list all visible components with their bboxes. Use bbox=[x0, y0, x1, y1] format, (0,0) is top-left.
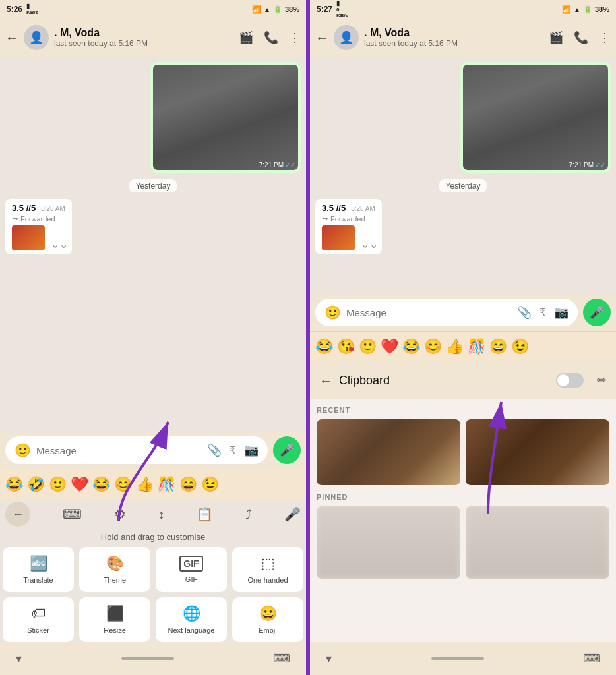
attach-icon-left[interactable]: 📎 bbox=[207, 443, 222, 457]
wifi-icon-left: 📶 bbox=[252, 5, 261, 14]
emoji-5-left[interactable]: 😊 bbox=[114, 476, 132, 493]
clipboard-toggle[interactable] bbox=[556, 373, 584, 388]
thumb-img-2 bbox=[466, 419, 609, 485]
next-language-key[interactable]: 🌐 Next language bbox=[156, 597, 227, 642]
emoji-1-left[interactable]: 🤣 bbox=[27, 476, 45, 493]
one-handed-label: One-handed bbox=[247, 576, 288, 584]
rupee-icon-right[interactable]: ₹ bbox=[539, 307, 546, 318]
battery-pct-right: 38% bbox=[595, 5, 609, 13]
message-input-right[interactable] bbox=[346, 307, 512, 318]
header-icons-left: 🎬 📞 ⋮ bbox=[239, 30, 301, 45]
emoji-8-left[interactable]: 😄 bbox=[179, 476, 197, 493]
more-options-icon-left[interactable]: ⋮ bbox=[289, 30, 301, 45]
emoji-key-label: Emoji bbox=[259, 626, 277, 634]
battery-icon-right: 🔋 bbox=[583, 5, 592, 14]
emoji-r0[interactable]: 😂 bbox=[315, 338, 333, 355]
emoji-r6[interactable]: 👍 bbox=[446, 338, 464, 355]
more-options-icon-right[interactable]: ⋮ bbox=[599, 30, 611, 45]
sticker-key[interactable]: 🏷 Sticker bbox=[3, 597, 74, 642]
back-button-left[interactable]: ← bbox=[5, 30, 18, 45]
mic-toolbar-icon-left[interactable]: 🎤 bbox=[284, 506, 301, 522]
emoji-toggle-icon-left[interactable]: 🙂 bbox=[15, 442, 31, 458]
keyboard-bottom-icon-right[interactable]: ⌨ bbox=[583, 651, 600, 666]
back-button-right[interactable]: ← bbox=[315, 30, 328, 45]
data-indicator-left: ▮KB/s bbox=[26, 3, 38, 15]
expand-icon-left[interactable]: ⌄⌄ bbox=[51, 238, 68, 250]
pinned-blurred-2 bbox=[466, 506, 609, 579]
theme-key[interactable]: 🎨 Theme bbox=[79, 547, 150, 592]
gif-key[interactable]: GIF GIF bbox=[156, 547, 227, 592]
translate-key[interactable]: 🔤 Translate bbox=[3, 547, 74, 592]
home-indicator-left bbox=[121, 657, 174, 660]
chat-header-right: ← 👤 . M, Voda last seen today at 5:16 PM… bbox=[310, 18, 616, 57]
pinned-blurred-1 bbox=[317, 506, 460, 579]
keyboard-bottom-icon-left[interactable]: ⌨ bbox=[273, 651, 290, 666]
clipboard-icon-left[interactable]: 📋 bbox=[197, 506, 213, 522]
emoji-toggle-icon-right[interactable]: 🙂 bbox=[324, 305, 341, 320]
expand-icon-right[interactable]: ⌄⌄ bbox=[361, 238, 378, 250]
forwarded-label-left: ↪ Forwarded bbox=[12, 214, 65, 223]
resize-key[interactable]: ⬛ Resize bbox=[79, 597, 150, 642]
voice-call-icon-right[interactable]: 📞 bbox=[574, 30, 588, 45]
voice-call-icon-left[interactable]: 📞 bbox=[264, 30, 278, 45]
emoji-r4[interactable]: 😂 bbox=[402, 338, 420, 355]
msg-time-text-left: 8:28 AM bbox=[41, 205, 65, 212]
emoji-3-left[interactable]: ❤️ bbox=[71, 476, 88, 493]
date-badge-left: Yesterday bbox=[129, 179, 177, 192]
time-left: 5:26 bbox=[7, 5, 22, 14]
camera-icon-left[interactable]: 📷 bbox=[244, 443, 259, 457]
emoji-7-left[interactable]: 🎊 bbox=[158, 476, 175, 493]
signal-icon-right: ▲ bbox=[574, 6, 580, 13]
theme-label: Theme bbox=[104, 576, 126, 584]
rupee-icon-left[interactable]: ₹ bbox=[230, 444, 236, 456]
input-icons-left: 📎 ₹ 📷 bbox=[207, 443, 259, 457]
emoji-9-left[interactable]: 😉 bbox=[201, 476, 219, 493]
video-call-icon-right[interactable]: 🎬 bbox=[549, 30, 563, 45]
input-field-right: 🙂 📎 ₹ 📷 bbox=[315, 299, 578, 326]
thumbnail-1[interactable] bbox=[317, 419, 460, 485]
theme-icon: 🎨 bbox=[106, 555, 124, 572]
camera-icon-right[interactable]: 📷 bbox=[554, 305, 569, 320]
share-icon-left[interactable]: ⤴ bbox=[245, 507, 252, 522]
emoji-4-left[interactable]: 😂 bbox=[92, 476, 110, 493]
emoji-0-left[interactable]: 😂 bbox=[5, 476, 23, 493]
emoji-r7[interactable]: 🎊 bbox=[468, 338, 485, 355]
one-handed-key[interactable]: ⬚ One-handed bbox=[232, 547, 303, 592]
right-panel: 5:27 ▮0KB/s 📶 ▲ 🔋 38% ← 👤 . M, Voda last… bbox=[308, 0, 616, 675]
thumbnail-2[interactable] bbox=[466, 419, 609, 485]
back-clipboard-icon[interactable]: ← bbox=[319, 373, 332, 388]
emoji-r1[interactable]: 😘 bbox=[337, 338, 355, 355]
emoji-r8[interactable]: 😄 bbox=[489, 338, 507, 355]
emoji-6-left[interactable]: 👍 bbox=[136, 476, 154, 493]
message-input-bar-right: 🙂 📎 ₹ 📷 🎤 bbox=[310, 294, 616, 331]
message-input-bar-left: 🙂 📎 ₹ 📷 🎤 bbox=[0, 432, 306, 469]
left-panel: 5:26 ▮KB/s 📶 ▲ 🔋 38% ← 👤 . M, Voda last … bbox=[0, 0, 308, 675]
pinned-item-2[interactable] bbox=[466, 506, 609, 579]
forwarded-label-right: ↪ Forwarded bbox=[322, 214, 375, 223]
message-input-left[interactable] bbox=[36, 445, 202, 456]
clipboard-body: RECENT PINNED bbox=[310, 399, 616, 642]
emoji-r3[interactable]: ❤️ bbox=[381, 338, 398, 355]
emoji-r2[interactable]: 🙂 bbox=[359, 338, 377, 355]
edit-clipboard-icon[interactable]: ✏ bbox=[597, 373, 607, 388]
settings-icon-left[interactable]: ⚙ bbox=[114, 506, 126, 522]
back-keyboard-icon-left[interactable]: ← bbox=[12, 508, 24, 521]
emoji-r5[interactable]: 😊 bbox=[424, 338, 442, 355]
mic-button-right[interactable]: 🎤 bbox=[583, 299, 611, 326]
keyboard-layout-icon-left[interactable]: ⌨ bbox=[63, 506, 82, 522]
double-check-left: ✓✓ bbox=[285, 161, 295, 169]
down-arrow-right[interactable]: ▾ bbox=[326, 651, 332, 666]
down-arrow-left[interactable]: ▾ bbox=[16, 651, 22, 666]
emoji-2-left[interactable]: 🙂 bbox=[49, 476, 67, 493]
emoji-key[interactable]: 😀 Emoji bbox=[232, 597, 303, 642]
thumb-img-1 bbox=[317, 419, 460, 485]
pinned-item-1[interactable] bbox=[317, 506, 460, 579]
text-resize-icon-left[interactable]: ↕ bbox=[158, 507, 164, 522]
input-field-left: 🙂 📎 ₹ 📷 bbox=[5, 436, 268, 464]
emoji-r9[interactable]: 😉 bbox=[511, 338, 529, 355]
video-call-icon-left[interactable]: 🎬 bbox=[239, 30, 253, 45]
mic-button-left[interactable]: 🎤 bbox=[273, 436, 301, 464]
forwarded-thumb-right bbox=[322, 225, 355, 250]
attach-icon-right[interactable]: 📎 bbox=[517, 305, 532, 320]
signal-icon-left: ▲ bbox=[264, 6, 270, 13]
